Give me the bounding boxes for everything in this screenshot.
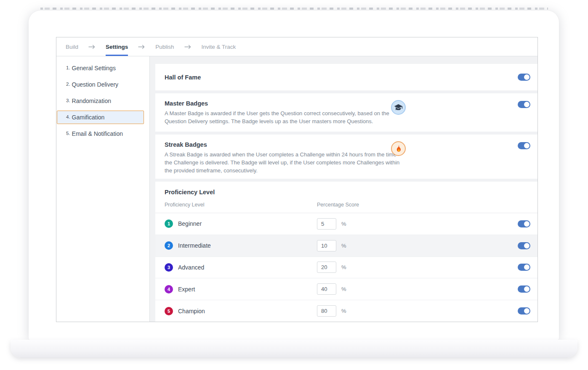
level-4-badge-icon: 4	[165, 285, 173, 293]
sidebar-item-general-settings[interactable]: 1.General Settings	[57, 61, 144, 75]
level-1-badge-icon: 1	[165, 219, 173, 228]
proficiency-level-section: Proficiency Level Proficiency Level Perc…	[155, 182, 537, 322]
percent-label: %	[341, 243, 346, 249]
proficiency-row-champion: 5 Champion %	[155, 300, 537, 322]
sidebar-item-question-delivery[interactable]: 2.Question Delivery	[57, 78, 144, 91]
expert-toggle[interactable]	[518, 285, 530, 293]
hall-of-fame-toggle[interactable]	[518, 74, 530, 81]
level-name: Advanced	[178, 264, 317, 271]
streak-badges-title: Streak Badges	[165, 141, 530, 148]
sidebar: 1.General Settings 2.Question Delivery 3…	[56, 56, 150, 322]
flame-icon	[391, 141, 406, 156]
arrow-right-icon	[184, 37, 192, 56]
proficiency-table-header: Proficiency Level Percentage Score	[155, 202, 537, 213]
breadcrumb: Build Settings Publish Invite & Track	[56, 37, 537, 56]
percent-label: %	[341, 221, 346, 227]
proficiency-row-advanced: 3 Advanced %	[155, 257, 537, 279]
champion-toggle[interactable]	[518, 307, 530, 314]
master-badges-description: A Master Badge is awarded if the User ge…	[165, 110, 402, 126]
intermediate-score-input[interactable]	[317, 240, 336, 251]
hall-of-fame-row: Hall of Fame	[155, 64, 537, 90]
sidebar-item-gamification[interactable]: 4.Gamification	[57, 111, 144, 124]
level-2-badge-icon: 2	[165, 241, 173, 250]
master-badges-title: Master Badges	[165, 100, 530, 107]
column-header-score: Percentage Score	[317, 202, 359, 208]
graduation-cap-icon	[391, 100, 406, 115]
settings-panel: Build Settings Publish Invite & Track 1.…	[56, 37, 538, 322]
percent-label: %	[341, 264, 346, 270]
streak-badges-section: Streak Badges A Streak Badge is awarded …	[155, 135, 537, 179]
column-header-level: Proficiency Level	[165, 202, 317, 208]
level-name: Expert	[178, 286, 317, 293]
advanced-score-input[interactable]	[317, 262, 336, 273]
hall-of-fame-label: Hall of Fame	[165, 74, 201, 81]
master-badges-toggle[interactable]	[518, 101, 530, 108]
percent-label: %	[341, 286, 346, 292]
breadcrumb-settings[interactable]: Settings	[106, 37, 128, 56]
advanced-toggle[interactable]	[518, 264, 530, 271]
level-name: Beginner	[178, 220, 317, 227]
streak-badges-toggle[interactable]	[518, 142, 530, 149]
proficiency-row-intermediate: 2 Intermediate %	[155, 235, 537, 257]
proficiency-row-beginner: 1 Beginner %	[155, 213, 537, 235]
level-name: Intermediate	[178, 242, 317, 249]
intermediate-toggle[interactable]	[518, 242, 530, 249]
proficiency-row-expert: 4 Expert %	[155, 278, 537, 300]
laptop-base	[11, 340, 577, 357]
level-3-badge-icon: 3	[165, 263, 173, 272]
expert-score-input[interactable]	[317, 283, 336, 295]
breadcrumb-build[interactable]: Build	[66, 37, 78, 56]
page: Build Settings Publish Invite & Track 1.…	[0, 0, 588, 370]
percent-label: %	[341, 308, 346, 314]
level-5-badge-icon: 5	[165, 307, 173, 315]
breadcrumb-invite-track[interactable]: Invite & Track	[202, 37, 236, 56]
proficiency-section-title: Proficiency Level	[155, 182, 537, 202]
panel-body: 1.General Settings 2.Question Delivery 3…	[56, 56, 537, 322]
gamification-content: Hall of Fame Master Badges A Master Badg…	[150, 56, 537, 322]
beginner-toggle[interactable]	[518, 220, 530, 227]
arrow-right-icon	[138, 37, 145, 56]
beginner-score-input[interactable]	[317, 218, 336, 230]
sidebar-item-randomization[interactable]: 3.Randomization	[57, 94, 144, 108]
sidebar-item-email-notification[interactable]: 5.Email & Notification	[57, 127, 144, 140]
level-name: Champion	[178, 308, 317, 314]
top-texture-band	[40, 8, 548, 10]
champion-score-input[interactable]	[317, 305, 336, 317]
streak-badges-description: A Streak Badge is awarded when the User …	[165, 151, 402, 175]
arrow-right-icon	[88, 37, 96, 56]
breadcrumb-publish[interactable]: Publish	[155, 37, 174, 56]
master-badges-section: Master Badges A Master Badge is awarded …	[155, 93, 537, 132]
